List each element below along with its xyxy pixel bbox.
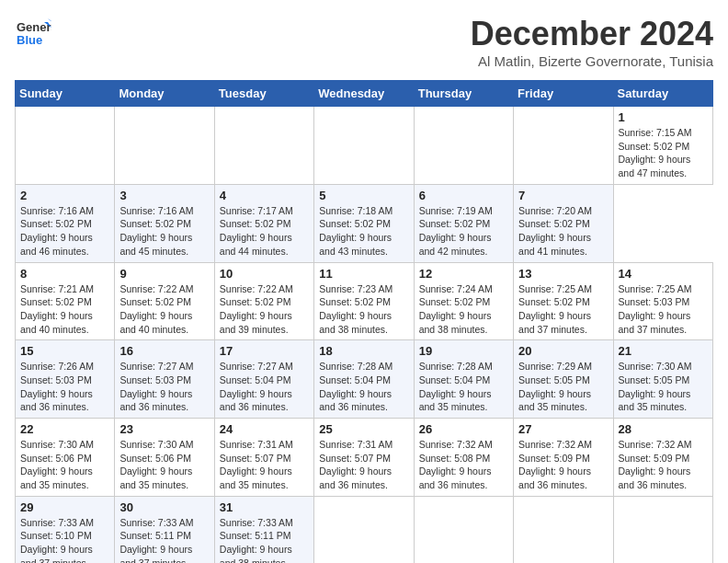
day-number: 17	[220, 344, 309, 358]
day-info: Sunrise: 7:30 AMSunset: 5:06 PMDaylight:…	[119, 438, 209, 492]
day-number: 14	[619, 267, 708, 281]
header-cell-sunday: Sunday	[16, 81, 115, 107]
calendar-day-13: 13 Sunrise: 7:25 AMSunset: 5:02 PMDaylig…	[514, 262, 613, 340]
empty-cell	[414, 496, 513, 563]
day-info: Sunrise: 7:32 AMSunset: 5:08 PMDaylight:…	[419, 438, 508, 492]
empty-cell	[514, 496, 613, 563]
calendar-day-7: 7 Sunrise: 7:20 AMSunset: 5:02 PMDayligh…	[514, 184, 613, 262]
header-cell-tuesday: Tuesday	[214, 81, 313, 107]
day-info: Sunrise: 7:26 AMSunset: 5:03 PMDaylight:…	[20, 360, 109, 414]
empty-cell	[314, 496, 414, 563]
empty-cell	[314, 107, 414, 185]
day-info: Sunrise: 7:15 AMSunset: 5:02 PMDaylight:…	[619, 126, 708, 180]
day-info: Sunrise: 7:24 AMSunset: 5:02 PMDaylight:…	[419, 282, 508, 337]
calendar-day-22: 22 Sunrise: 7:30 AMSunset: 5:06 PMDaylig…	[16, 419, 115, 497]
calendar-day-19: 19 Sunrise: 7:28 AMSunset: 5:04 PMDaylig…	[414, 340, 513, 419]
day-info: Sunrise: 7:16 AMSunset: 5:02 PMDaylight:…	[119, 204, 209, 259]
day-number: 30	[119, 500, 209, 514]
header-cell-thursday: Thursday	[414, 81, 513, 107]
day-number: 29	[20, 500, 109, 514]
day-info: Sunrise: 7:33 AMSunset: 5:10 PMDaylight:…	[20, 516, 109, 563]
day-number: 26	[419, 422, 508, 436]
header-cell-wednesday: Wednesday	[314, 81, 414, 107]
empty-cell	[514, 107, 613, 185]
calendar-header: SundayMondayTuesdayWednesdayThursdayFrid…	[16, 81, 713, 107]
day-number: 23	[119, 422, 209, 436]
day-info: Sunrise: 7:21 AMSunset: 5:02 PMDaylight:…	[20, 282, 109, 337]
calendar-day-24: 24 Sunrise: 7:31 AMSunset: 5:07 PMDaylig…	[214, 419, 313, 497]
day-info: Sunrise: 7:27 AMSunset: 5:04 PMDaylight:…	[220, 360, 309, 414]
day-number: 15	[20, 344, 109, 358]
svg-text:Blue: Blue	[17, 33, 42, 47]
calendar-day-12: 12 Sunrise: 7:24 AMSunset: 5:02 PMDaylig…	[414, 262, 513, 340]
day-info: Sunrise: 7:31 AMSunset: 5:07 PMDaylight:…	[319, 438, 408, 492]
day-number: 13	[518, 267, 608, 281]
calendar-day-17: 17 Sunrise: 7:27 AMSunset: 5:04 PMDaylig…	[214, 340, 313, 419]
day-number: 20	[518, 344, 608, 358]
subtitle: Al Matlin, Bizerte Governorate, Tunisia	[471, 53, 713, 69]
day-info: Sunrise: 7:19 AMSunset: 5:02 PMDaylight:…	[419, 204, 508, 259]
calendar-day-6: 6 Sunrise: 7:19 AMSunset: 5:02 PMDayligh…	[414, 184, 513, 262]
empty-cell	[115, 107, 214, 185]
calendar-day-16: 16 Sunrise: 7:27 AMSunset: 5:03 PMDaylig…	[115, 340, 214, 419]
day-number: 18	[319, 344, 408, 358]
day-info: Sunrise: 7:20 AMSunset: 5:02 PMDaylight:…	[518, 204, 608, 259]
day-info: Sunrise: 7:25 AMSunset: 5:02 PMDaylight:…	[518, 282, 608, 337]
day-info: Sunrise: 7:31 AMSunset: 5:07 PMDaylight:…	[220, 438, 309, 492]
day-info: Sunrise: 7:17 AMSunset: 5:02 PMDaylight:…	[220, 204, 309, 259]
calendar-day-30: 30 Sunrise: 7:33 AMSunset: 5:11 PMDaylig…	[115, 496, 214, 563]
calendar-day-15: 15 Sunrise: 7:26 AMSunset: 5:03 PMDaylig…	[16, 340, 115, 419]
day-number: 7	[518, 189, 608, 202]
calendar-week-4: 15 Sunrise: 7:26 AMSunset: 5:03 PMDaylig…	[16, 340, 713, 419]
day-number: 27	[518, 422, 608, 436]
calendar-day-23: 23 Sunrise: 7:30 AMSunset: 5:06 PMDaylig…	[115, 419, 214, 497]
day-info: Sunrise: 7:29 AMSunset: 5:05 PMDaylight:…	[518, 360, 608, 414]
calendar-day-25: 25 Sunrise: 7:31 AMSunset: 5:07 PMDaylig…	[314, 419, 414, 497]
day-number: 8	[20, 267, 109, 281]
calendar-week-3: 8 Sunrise: 7:21 AMSunset: 5:02 PMDayligh…	[16, 262, 713, 340]
title-block: December 2024 Al Matlin, Bizerte Governo…	[471, 15, 713, 69]
header-row: SundayMondayTuesdayWednesdayThursdayFrid…	[16, 81, 713, 107]
day-number: 16	[119, 344, 209, 358]
calendar-day-10: 10 Sunrise: 7:22 AMSunset: 5:02 PMDaylig…	[214, 262, 313, 340]
day-info: Sunrise: 7:16 AMSunset: 5:02 PMDaylight:…	[20, 204, 109, 259]
calendar-day-5: 5 Sunrise: 7:18 AMSunset: 5:02 PMDayligh…	[314, 184, 414, 262]
day-number: 28	[619, 422, 708, 436]
calendar-day-20: 20 Sunrise: 7:29 AMSunset: 5:05 PMDaylig…	[514, 340, 613, 419]
day-info: Sunrise: 7:27 AMSunset: 5:03 PMDaylight:…	[119, 360, 209, 414]
day-number: 31	[220, 500, 309, 514]
calendar-day-21: 21 Sunrise: 7:30 AMSunset: 5:05 PMDaylig…	[613, 340, 712, 419]
calendar-body: 1 Sunrise: 7:15 AMSunset: 5:02 PMDayligh…	[16, 107, 713, 564]
day-number: 12	[419, 267, 508, 281]
calendar-day-28: 28 Sunrise: 7:32 AMSunset: 5:09 PMDaylig…	[613, 419, 712, 497]
calendar-week-5: 22 Sunrise: 7:30 AMSunset: 5:06 PMDaylig…	[16, 419, 713, 497]
calendar-day-18: 18 Sunrise: 7:28 AMSunset: 5:04 PMDaylig…	[314, 340, 414, 419]
calendar-day-2: 2 Sunrise: 7:16 AMSunset: 5:02 PMDayligh…	[16, 184, 115, 262]
day-number: 11	[319, 267, 408, 281]
day-info: Sunrise: 7:33 AMSunset: 5:11 PMDaylight:…	[119, 516, 209, 563]
day-number: 10	[220, 267, 309, 281]
logo: General Blue	[15, 15, 51, 55]
calendar-week-1: 1 Sunrise: 7:15 AMSunset: 5:02 PMDayligh…	[16, 107, 713, 185]
day-number: 24	[220, 422, 309, 436]
day-info: Sunrise: 7:32 AMSunset: 5:09 PMDaylight:…	[518, 438, 608, 492]
calendar-day-3: 3 Sunrise: 7:16 AMSunset: 5:02 PMDayligh…	[115, 184, 214, 262]
calendar-day-14: 14 Sunrise: 7:25 AMSunset: 5:03 PMDaylig…	[613, 262, 712, 340]
calendar-week-6: 29 Sunrise: 7:33 AMSunset: 5:10 PMDaylig…	[16, 496, 713, 563]
day-number: 3	[119, 189, 209, 202]
empty-cell	[613, 496, 712, 563]
calendar-day-11: 11 Sunrise: 7:23 AMSunset: 5:02 PMDaylig…	[314, 262, 414, 340]
header-cell-friday: Friday	[514, 81, 613, 107]
calendar-day-29: 29 Sunrise: 7:33 AMSunset: 5:10 PMDaylig…	[16, 496, 115, 563]
day-info: Sunrise: 7:28 AMSunset: 5:04 PMDaylight:…	[419, 360, 508, 414]
calendar-day-27: 27 Sunrise: 7:32 AMSunset: 5:09 PMDaylig…	[514, 419, 613, 497]
calendar-day-1: 1 Sunrise: 7:15 AMSunset: 5:02 PMDayligh…	[613, 107, 712, 185]
day-info: Sunrise: 7:22 AMSunset: 5:02 PMDaylight:…	[220, 282, 309, 337]
day-number: 9	[119, 267, 209, 281]
logo-icon: General Blue	[15, 15, 51, 52]
day-number: 6	[419, 189, 508, 202]
calendar-day-9: 9 Sunrise: 7:22 AMSunset: 5:02 PMDayligh…	[115, 262, 214, 340]
page-header: General Blue December 2024 Al Matlin, Bi…	[15, 15, 713, 69]
calendar-day-26: 26 Sunrise: 7:32 AMSunset: 5:08 PMDaylig…	[414, 419, 513, 497]
main-title: December 2024	[471, 15, 713, 53]
